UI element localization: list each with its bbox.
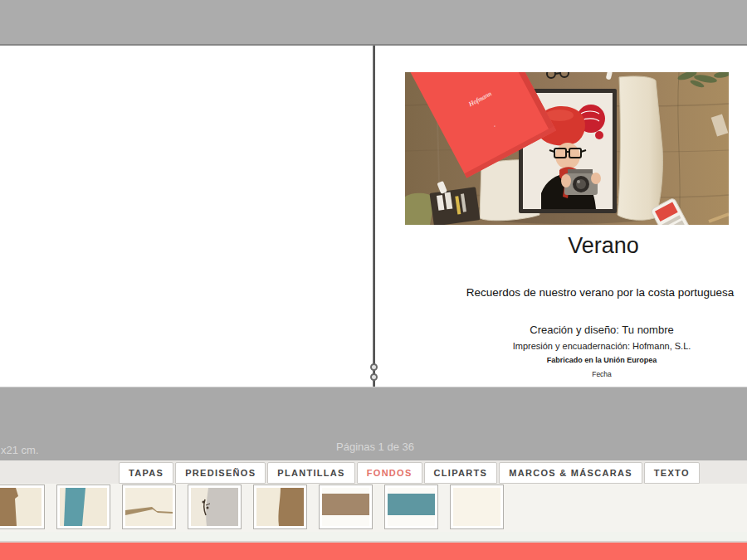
background-swatch-1[interactable] [0,485,45,529]
background-swatch-6[interactable] [319,485,373,529]
background-swatch-3[interactable] [122,485,176,529]
photobook-editor-window: Hofmann • [0,0,747,560]
spine-handle-bottom[interactable] [370,373,378,381]
backgrounds-strip [0,484,747,532]
tab-fondos[interactable]: FONDOS [357,462,422,484]
tab-marcos-mascaras[interactable]: MARCOS & MÁSCARAS [499,462,642,484]
status-area: x21 cm. Páginas 1 de 36 [0,387,747,460]
background-swatch-8[interactable] [450,485,504,529]
format-size-label: x21 cm. [1,444,39,456]
spine-handle-top[interactable] [370,363,378,371]
tab-texto[interactable]: TEXTO [644,462,700,484]
tab-tapas[interactable]: TAPAS [119,462,173,484]
left-page[interactable] [0,46,373,387]
album-canvas: Hofmann • [0,46,747,387]
page-indicator: Páginas 1 de 36 [336,441,414,453]
album-title[interactable]: Verano [568,233,639,259]
credit-line-date[interactable]: Fecha [592,370,612,378]
background-swatch-7[interactable] [384,485,438,529]
right-page[interactable]: Hofmann • [378,46,747,387]
page-spine [373,46,375,387]
album-subtitle[interactable]: Recuerdos de nuestro verano por la costa… [466,286,735,299]
credit-line-printing[interactable]: Impresión y encuadernación: Hofmann, S.L… [513,341,691,351]
tab-prdisenos[interactable]: PREDISEÑOS [175,462,266,484]
background-swatch-5[interactable] [253,485,307,529]
top-gray-bar [0,0,747,46]
background-swatch-2[interactable] [56,485,110,529]
tab-plantillas[interactable]: PLANTILLAS [267,462,354,484]
cover-photo[interactable]: Hofmann • [405,72,729,225]
bottom-toolbar [0,541,747,560]
panel-tab-strip: TAPAS PREDISEÑOS PLANTILLAS FONDOS CLIPA… [0,460,747,484]
tab-cliparts[interactable]: CLIPARTS [424,462,498,484]
credit-line-design[interactable]: Creación y diseño: Tu nombre [530,324,673,336]
credit-line-madein[interactable]: Fabricado en la Unión Europea [547,356,657,364]
background-swatch-4[interactable] [188,485,242,529]
album-page-fold [618,76,662,220]
